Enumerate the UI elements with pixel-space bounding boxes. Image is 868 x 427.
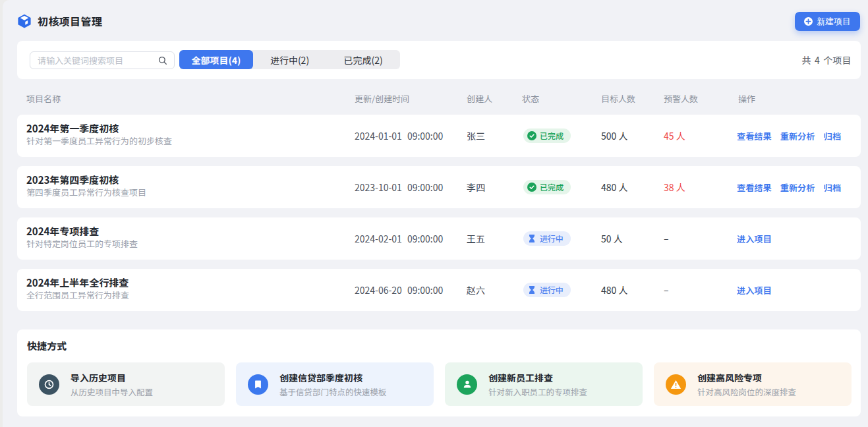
target-count: 500 人 (601, 129, 627, 142)
target-count: 480 人 (601, 283, 627, 297)
check-circle-icon (527, 131, 536, 140)
target-count: 50 人 (601, 232, 623, 245)
project-clock-time: 09:00:00 (407, 129, 443, 142)
total-project-count: 共 4 个项目 (801, 41, 851, 79)
cube-icon (17, 14, 32, 28)
project-clock-time: 09:00:00 (407, 232, 443, 245)
status-label: 进行中 (540, 235, 564, 242)
page-rounded-corner (3, 0, 11, 8)
search-icon[interactable] (158, 56, 167, 65)
project-creator: 张三 (467, 129, 485, 142)
action-link[interactable]: 重新分析 (780, 129, 815, 142)
project-clock-time: 09:00:00 (407, 181, 443, 194)
column-header-2: 创建人 (467, 92, 492, 105)
status-label: 进行中 (540, 286, 564, 294)
hourglass-icon (527, 234, 536, 243)
new-project-button-label: 新建项目 (817, 17, 851, 26)
shortcut-tile-3[interactable]: 创建高风险专项 针对高风险岗位的深度排查 (654, 362, 852, 406)
check-circle-icon (527, 183, 536, 192)
shortcut-icon-circle (457, 374, 477, 395)
action-link[interactable]: 归档 (824, 129, 841, 142)
toolbar-card: 全部项目(4)进行中(2)已完成(2) 共 4 个项目 (17, 41, 861, 79)
user-icon (462, 379, 473, 389)
warning-count: – (664, 283, 669, 297)
project-creator: 赵六 (467, 283, 485, 297)
action-link[interactable]: 重新分析 (780, 181, 815, 193)
action-link[interactable]: 查看结果 (737, 129, 772, 142)
project-time-cell: 2024-06-2009:00:00 (355, 283, 443, 297)
action-link[interactable]: 归档 (824, 181, 841, 193)
project-row-1[interactable]: 2023年第四季度初核 第四季度员工异常行为核查项目 2023-10-0109:… (17, 166, 861, 208)
project-status-cell: 已完成 (523, 128, 571, 144)
project-creator: 李四 (467, 181, 485, 194)
status-label: 已完成 (540, 183, 564, 191)
tab-label: 全部项目(4) (191, 53, 241, 67)
shortcut-tile-2[interactable]: 创建新员工排查 针对新入职员工的专项排查 (445, 362, 643, 406)
project-name-cell: 2024年上半年全行排查 全行范围员工异常行为排查 (26, 276, 129, 301)
status-label: 已完成 (540, 132, 564, 140)
project-description: 针对第一季度员工异常行为的初步核查 (26, 135, 172, 147)
project-date: 2024-06-20 (355, 283, 402, 297)
shortcut-icon-circle (248, 374, 268, 395)
shortcut-description: 基于信贷部门特点的快速模板 (279, 386, 387, 397)
project-status-cell: 进行中 (523, 282, 571, 298)
tab-1[interactable]: 进行中(2) (253, 50, 327, 69)
shortcut-description: 针对高风险岗位的深度排查 (697, 386, 796, 397)
column-header-3: 状态 (522, 92, 539, 105)
project-name-cell: 2024年第一季度初核 针对第一季度员工异常行为的初步核查 (26, 122, 172, 147)
shortcuts-title: 快捷方式 (27, 339, 67, 353)
shortcuts-card: 快捷方式 导入历史项目 从历史项目中导入配置 创建信贷部季度初核 基于信贷部 (17, 329, 861, 416)
project-status-cell: 进行中 (523, 231, 571, 246)
shortcut-text: 创建信贷部季度初核 基于信贷部门特点的快速模板 (279, 372, 387, 397)
tab-label: 已完成(2) (344, 53, 383, 67)
project-description: 全行范围员工异常行为排查 (26, 289, 129, 301)
bookmark-icon (253, 380, 263, 389)
table-column-headers: 项目名称更新/创建时间创建人状态目标人数预警人数操作 (0, 89, 868, 107)
search-input[interactable] (30, 54, 158, 67)
shortcut-icon-circle (39, 374, 59, 395)
warning-count: 45 人 (664, 129, 685, 142)
shortcut-description: 针对新入职员工的专项排查 (488, 386, 587, 397)
project-row-2[interactable]: 2024年专项排查 针对特定岗位员工的专项排查 2024-02-0109:00:… (17, 217, 861, 260)
plus-circle-icon (804, 17, 813, 26)
shortcut-title: 导入历史项目 (71, 372, 153, 384)
action-link[interactable]: 进入项目 (737, 232, 772, 244)
column-header-4: 目标人数 (601, 92, 635, 105)
project-name: 2024年上半年全行排查 (26, 276, 129, 289)
shortcut-title: 创建新员工排查 (488, 372, 587, 384)
shortcut-text: 导入历史项目 从历史项目中导入配置 (71, 372, 153, 397)
project-name-cell: 2023年第四季度初核 第四季度员工异常行为核查项目 (26, 173, 146, 198)
project-row-0[interactable]: 2024年第一季度初核 针对第一季度员工异常行为的初步核查 2024-01-01… (17, 115, 861, 157)
project-date: 2023-10-01 (355, 181, 402, 194)
action-link[interactable]: 查看结果 (737, 181, 772, 193)
shortcut-description: 从历史项目中导入配置 (71, 386, 153, 397)
warning-count: – (664, 232, 669, 245)
tab-2[interactable]: 已完成(2) (326, 50, 400, 69)
shortcut-tile-1[interactable]: 创建信贷部季度初核 基于信贷部门特点的快速模板 (236, 362, 434, 406)
warning-triangle-icon (670, 379, 681, 390)
shortcut-title: 创建信贷部季度初核 (279, 372, 387, 384)
row-actions: 查看结果重新分析归档 (737, 181, 841, 193)
new-project-button[interactable]: 新建项目 (795, 12, 860, 31)
hourglass-icon (527, 285, 536, 295)
clock-icon (43, 379, 55, 390)
project-description: 第四季度员工异常行为核查项目 (26, 186, 146, 198)
project-name-cell: 2024年专项排查 针对特定岗位员工的专项排查 (26, 225, 138, 250)
shortcut-icon-circle (666, 374, 686, 395)
project-time-cell: 2024-02-0109:00:00 (355, 232, 443, 245)
project-name: 2024年专项排查 (26, 225, 138, 238)
project-name: 2023年第四季度初核 (26, 173, 146, 186)
shortcut-title: 创建高风险专项 (697, 372, 796, 384)
status-badge: 进行中 (523, 283, 571, 297)
column-header-0: 项目名称 (26, 92, 61, 105)
tab-0[interactable]: 全部项目(4) (179, 50, 253, 69)
action-link[interactable]: 进入项目 (737, 283, 772, 296)
project-date: 2024-01-01 (355, 129, 402, 142)
search-box (30, 51, 175, 69)
shortcut-tile-0[interactable]: 导入历史项目 从历史项目中导入配置 (27, 362, 225, 406)
project-row-3[interactable]: 2024年上半年全行排查 全行范围员工异常行为排查 2024-06-2009:0… (17, 269, 861, 311)
project-date: 2024-02-01 (355, 232, 402, 245)
status-badge: 已完成 (523, 180, 571, 194)
warning-count: 38 人 (664, 181, 685, 194)
window-edge-strip (0, 0, 3, 427)
